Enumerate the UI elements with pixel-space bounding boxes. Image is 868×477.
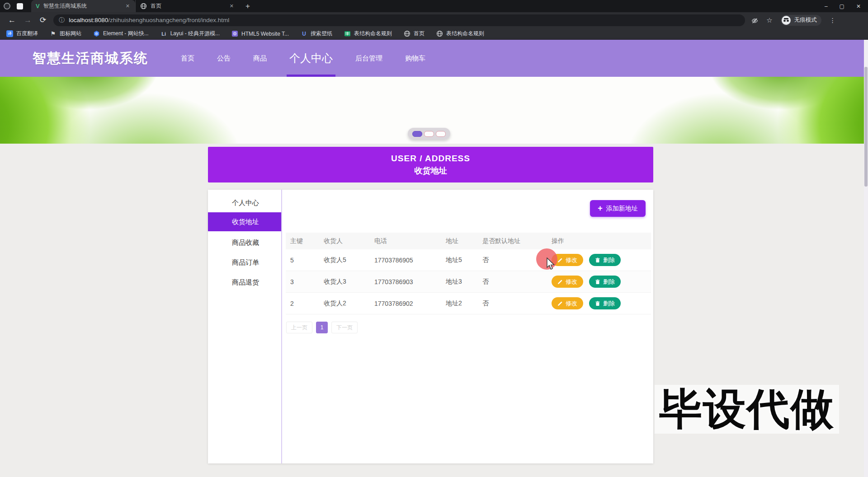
bookmark-label: Element - 网站快... [103, 30, 149, 37]
address-bar[interactable]: ⓘ localhost:8080/zhihuishenghuoshangchen… [53, 14, 745, 26]
browser-toolbar: ← → ⟳ ⓘ localhost:8080/zhihuishenghuosha… [0, 12, 868, 28]
layui-icon: Li [160, 30, 167, 37]
cell-id: 3 [286, 278, 319, 285]
bookmark-label: 搜索壁纸 [311, 30, 332, 37]
mouse-cursor-icon [546, 257, 556, 273]
nav-item-cart[interactable]: 购物车 [405, 40, 425, 77]
col-header-address: 地址 [441, 237, 478, 245]
refresh-button[interactable]: ⟳ [40, 15, 46, 25]
bookmark-label: 表结构命名规则 [354, 30, 392, 37]
browser-tab-shop[interactable]: V 智慧生活商城系统 ✕ [31, 0, 135, 12]
site-brand[interactable]: 智慧生活商城系统 [33, 49, 148, 68]
trash-icon [595, 279, 600, 285]
bookmark-label: HTML5 Website T... [241, 31, 289, 37]
url-path: /zhihuishenghuoshangcheng/front/index.ht… [108, 17, 229, 23]
tab-close-icon[interactable]: ✕ [229, 3, 235, 9]
pencil-icon [557, 301, 563, 306]
col-header-phone: 电话 [370, 237, 441, 245]
tab-close-icon[interactable]: ✕ [125, 3, 131, 9]
edit-label: 修改 [566, 278, 577, 286]
back-button[interactable]: ← [8, 16, 16, 25]
sidebar-item-address[interactable]: 收货地址 [208, 212, 281, 231]
eye-off-icon[interactable] [751, 17, 758, 23]
purple-app-icon [231, 30, 238, 37]
browser-menu-icon[interactable]: ⋮ [830, 17, 836, 24]
scrollbar-thumb[interactable] [864, 67, 868, 187]
pinned-app-icon[interactable] [17, 3, 23, 9]
bookmark-label: 首页 [414, 30, 425, 37]
bookmark-table-naming-2[interactable]: 表结构命名规则 [436, 30, 484, 37]
url-host: localhost:8080 [69, 17, 108, 23]
cell-phone: 17703786902 [370, 300, 441, 307]
close-window-button[interactable]: ✕ [856, 3, 861, 9]
carousel-dot[interactable] [436, 131, 446, 137]
nav-item-admin[interactable]: 后台管理 [355, 40, 382, 77]
nav-item-notice[interactable]: 公告 [217, 40, 231, 77]
cell-address: 地址5 [441, 256, 478, 264]
minimize-button[interactable]: – [825, 3, 828, 9]
browser-tab-home[interactable]: 首页 ✕ [135, 0, 239, 12]
bookmark-icon-site[interactable]: ⚑ 图标网站 [50, 30, 81, 37]
toolbar-right-icons: ☆ 无痕模式 ⋮ [751, 15, 842, 26]
cell-phone: 17703786903 [370, 278, 441, 285]
delete-button[interactable]: 删除 [589, 276, 621, 288]
translate-icon: 译 [6, 30, 13, 37]
table-row: 5 收货人5 17703786905 地址5 否 修改 删除 [286, 249, 651, 271]
carousel-dot-active[interactable] [412, 131, 422, 137]
delete-button[interactable]: 删除 [589, 254, 621, 266]
bookmark-home[interactable]: 首页 [404, 30, 425, 37]
col-header-consignee: 收货人 [319, 237, 370, 245]
bookmark-label: 表结构命名规则 [446, 30, 484, 37]
edit-button[interactable]: 修改 [552, 276, 583, 288]
scrollbar-track[interactable] [864, 40, 868, 477]
prev-page-button[interactable]: 上一页 [286, 322, 312, 333]
col-header-actions: 操作 [547, 237, 651, 245]
maximize-button[interactable]: ▢ [840, 3, 844, 9]
current-page-button[interactable]: 1 [316, 322, 328, 333]
sidebar-item-personal-center[interactable]: 个人中心 [208, 194, 281, 211]
sidebar-item-orders[interactable]: 商品订单 [208, 254, 281, 271]
section-title-en: USER / ADDRESS [391, 154, 470, 164]
bookmark-table-naming-1[interactable]: 表结构命名规则 [344, 30, 392, 37]
sidebar-item-favorites[interactable]: 商品收藏 [208, 234, 281, 251]
trash-icon [595, 257, 600, 263]
cell-address: 地址2 [441, 299, 478, 308]
bookmark-star-icon[interactable]: ☆ [766, 16, 772, 24]
nav-item-goods[interactable]: 商品 [253, 40, 267, 77]
edit-label: 修改 [566, 299, 577, 308]
site-info-icon[interactable]: ⓘ [59, 16, 65, 24]
new-tab-button[interactable]: + [245, 2, 250, 11]
cell-phone: 17703786905 [370, 257, 441, 264]
browser-logo-icon[interactable] [4, 3, 10, 9]
add-address-button[interactable]: + 添加新地址 [590, 200, 646, 217]
pencil-icon [557, 257, 563, 263]
plus-icon: + [598, 204, 603, 213]
cell-default: 否 [478, 278, 547, 286]
bookmark-baidu-translate[interactable]: 译 百度翻译 [6, 30, 38, 37]
pagination: 上一页 1 下一页 [286, 322, 358, 333]
next-page-button[interactable]: 下一页 [331, 322, 358, 333]
cell-id: 5 [286, 257, 319, 264]
address-table: 主键 收货人 电话 地址 是否默认地址 操作 5 收货人5 1770378690… [286, 233, 651, 314]
bookmark-html5-template[interactable]: HTML5 Website T... [231, 30, 289, 37]
forward-button[interactable]: → [24, 16, 32, 25]
nav-item-home[interactable]: 首页 [181, 40, 194, 77]
sidebar-item-returns[interactable]: 商品退货 [208, 274, 281, 291]
main-nav: 首页 公告 商品 个人中心 后台管理 购物车 [181, 40, 425, 77]
section-title-banner: USER / ADDRESS 收货地址 [208, 147, 653, 182]
section-title-cn: 收货地址 [415, 165, 447, 176]
nav-item-personal-center[interactable]: 个人中心 [289, 40, 333, 77]
edit-button[interactable]: 修改 [552, 297, 583, 309]
cell-address: 地址3 [441, 278, 478, 286]
bookmark-element[interactable]: Element - 网站快... [93, 30, 149, 37]
cell-id: 2 [286, 300, 319, 307]
address-card: 个人中心 收货地址 商品收藏 商品订单 商品退货 + 添加新地址 主键 收货人 … [208, 190, 653, 463]
bookmark-wallpaper[interactable]: U 搜索壁纸 [301, 30, 332, 37]
bookmark-layui[interactable]: Li Layui - 经典开源模... [160, 30, 220, 37]
browser-window: V 智慧生活商城系统 ✕ 首页 ✕ + – ▢ ✕ ← → ⟳ ⓘ localh… [0, 0, 868, 477]
delete-button[interactable]: 删除 [589, 297, 621, 309]
carousel-dot[interactable] [424, 131, 434, 137]
table-header-row: 主键 收货人 电话 地址 是否默认地址 操作 [286, 233, 651, 249]
hexagon-icon [93, 30, 100, 37]
carousel-indicator [408, 128, 450, 140]
